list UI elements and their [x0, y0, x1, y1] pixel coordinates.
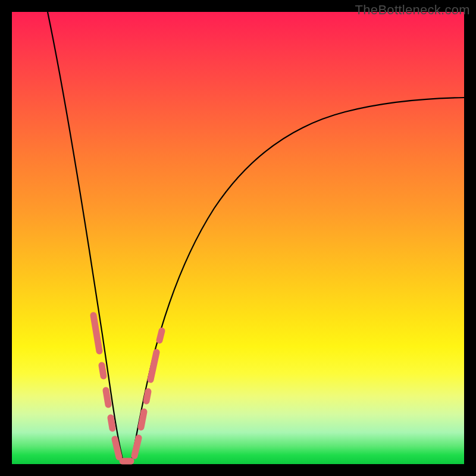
valley-marker-dot: [159, 331, 162, 340]
valley-marker-dot: [102, 365, 104, 376]
chart-svg: [12, 12, 464, 464]
valley-marker-dot: [134, 438, 139, 456]
valley-marker-dot: [115, 439, 119, 457]
valley-marker-dot: [93, 315, 99, 351]
watermark-text: TheBottleneck.com: [355, 2, 470, 18]
plot-area: [12, 12, 464, 464]
valley-marker-dot: [151, 352, 156, 380]
valley-marker-group: [93, 315, 162, 461]
valley-marker-dot: [146, 392, 148, 401]
curve-right-branch: [131, 98, 464, 464]
valley-marker-dot: [111, 418, 112, 428]
valley-marker-dot: [106, 390, 108, 405]
curve-left-branch: [48, 12, 124, 464]
chart-frame: TheBottleneck.com: [0, 0, 476, 476]
valley-marker-dot: [141, 412, 144, 427]
